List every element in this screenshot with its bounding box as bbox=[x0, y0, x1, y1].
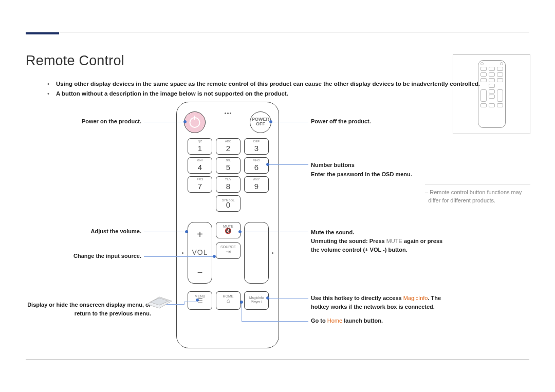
mute-icon: 🔇 bbox=[216, 228, 240, 234]
footnote-line2: differ for different products. bbox=[428, 197, 495, 203]
leader-line bbox=[242, 232, 308, 232]
ir-led-icon bbox=[224, 107, 232, 109]
leader-dot bbox=[238, 230, 242, 233]
callout-numbers: Number buttons Enter the password in the… bbox=[311, 161, 412, 179]
leader-dot bbox=[269, 120, 272, 123]
key-7: PRS7 bbox=[188, 176, 212, 193]
mini-remote-icon bbox=[478, 60, 506, 128]
source-button: SOURCE ⇥ bbox=[216, 242, 240, 259]
home-button: HOME ⌂ bbox=[216, 291, 240, 310]
leader-dot bbox=[266, 296, 269, 300]
volume-up-icon: + bbox=[188, 229, 212, 240]
key-1: QZ1 bbox=[188, 138, 212, 155]
leader-dot bbox=[266, 163, 269, 166]
callout-mute: Mute the sound. Unmuting the sound: Pres… bbox=[311, 228, 442, 254]
leader-line bbox=[242, 303, 242, 322]
volume-down-icon: − bbox=[188, 267, 212, 278]
volume-label: VOL bbox=[188, 248, 212, 256]
leader-line bbox=[144, 232, 185, 232]
leader-line bbox=[269, 164, 308, 165]
remote-body: POWER OFF QZ1 ABC2 DEF3 GHI4 JKL5 MNO6 P… bbox=[176, 102, 279, 348]
number-keypad: QZ1 ABC2 DEF3 GHI4 JKL5 MNO6 PRS7 TUV8 W… bbox=[188, 138, 269, 214]
key-3: DEF3 bbox=[244, 138, 269, 155]
leader-dot bbox=[185, 230, 188, 233]
source-icon: ⇥ bbox=[216, 249, 240, 255]
key-5: JKL5 bbox=[216, 157, 240, 174]
magicinfo-button: MagicInfoPlayer I bbox=[244, 291, 269, 310]
key-8: TUV8 bbox=[216, 176, 240, 193]
remote-illustration: POWER OFF QZ1 ABC2 DEF3 GHI4 JKL5 MNO6 P… bbox=[176, 102, 279, 348]
key-4: GHI4 bbox=[188, 157, 212, 174]
power-off-button: POWER OFF bbox=[250, 111, 271, 133]
side-footnote: Remote control button functions may diff… bbox=[425, 184, 530, 205]
leader-dot bbox=[213, 255, 216, 258]
home-icon: ⌂ bbox=[216, 298, 240, 304]
leader-line bbox=[269, 298, 308, 298]
mute-button: MUTE 🔇 bbox=[216, 222, 240, 238]
accent-bar bbox=[26, 32, 59, 34]
leader-line bbox=[272, 122, 308, 122]
key-2: ABC2 bbox=[216, 138, 240, 155]
callout-home: Go to Home launch button. bbox=[311, 318, 383, 324]
callout-volume: Adjust the volume. bbox=[41, 228, 141, 234]
top-rule bbox=[26, 32, 529, 32]
callout-menu: Display or hide the onscreen display men… bbox=[15, 301, 151, 318]
bottom-rule bbox=[26, 359, 529, 360]
callout-magicinfo: Use this hotkey to directly access Magic… bbox=[311, 294, 441, 311]
note-item: A button without a description in the im… bbox=[49, 89, 480, 99]
footnote-line1: Remote control button functions may bbox=[425, 189, 522, 195]
key-0: SYMBOL0 bbox=[216, 195, 240, 212]
page-title: Remote Control bbox=[26, 53, 124, 69]
leader-line bbox=[144, 256, 213, 257]
decor-dot bbox=[272, 252, 273, 254]
leader-line bbox=[184, 302, 196, 302]
volume-rocker: + VOL − bbox=[188, 222, 212, 284]
leader-line bbox=[242, 321, 308, 322]
menu-button: MENU ☰ bbox=[188, 291, 212, 310]
leader-line bbox=[144, 122, 183, 122]
key-6: MNO6 bbox=[244, 157, 269, 174]
decor-dot bbox=[182, 252, 183, 254]
leader-dot bbox=[183, 120, 187, 123]
thumbnail-panel bbox=[453, 54, 530, 134]
note-item: Using other display devices in the same … bbox=[49, 79, 480, 89]
page: Remote Control Using other display devic… bbox=[0, 0, 555, 392]
notes-list: Using other display devices in the same … bbox=[28, 79, 480, 99]
callout-power-on: Power on the product. bbox=[41, 118, 141, 124]
cable-illustration bbox=[154, 303, 180, 304]
leader-dot bbox=[240, 301, 243, 304]
key-9: WXY9 bbox=[244, 176, 269, 193]
callout-source: Change the input source. bbox=[41, 253, 141, 259]
blank-rocker bbox=[244, 222, 269, 284]
power-on-button bbox=[184, 111, 206, 133]
callout-power-off: Power off the product. bbox=[311, 118, 371, 124]
